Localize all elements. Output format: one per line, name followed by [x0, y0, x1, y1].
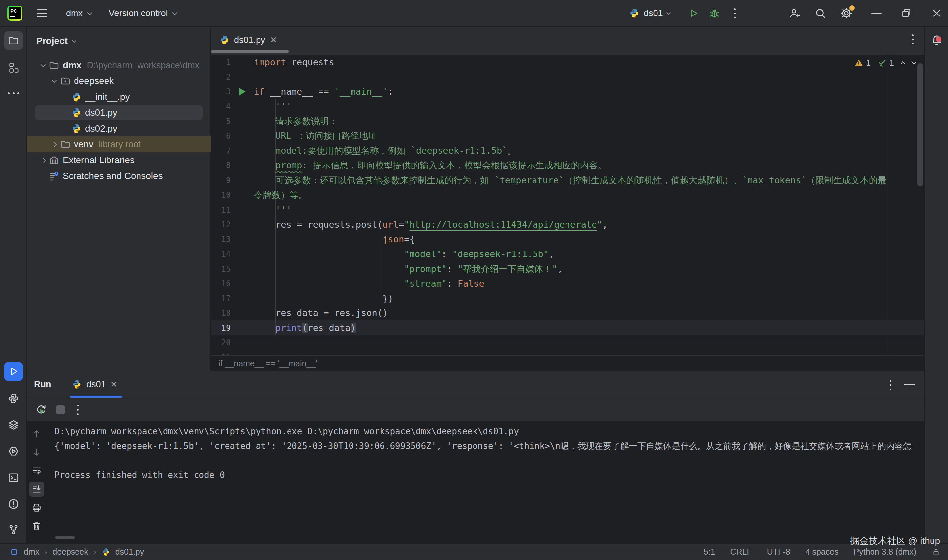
tree-item-dmx[interactable]: dmxD:\pycharm_workspace\dmx: [27, 57, 211, 73]
code-area[interactable]: 1import requests23if __name__ == '__main…: [211, 55, 924, 355]
terminal-tool-button[interactable]: [4, 468, 23, 487]
tree-item-external-libraries[interactable]: External Libraries: [27, 152, 211, 168]
run-panel-options-button[interactable]: [890, 380, 891, 390]
line-number[interactable]: 20: [211, 338, 231, 348]
code-line-17[interactable]: 17 }): [211, 291, 924, 306]
line-number[interactable]: 3: [211, 87, 231, 96]
scroll-to-end-button[interactable]: [29, 482, 44, 497]
minimize-button[interactable]: [871, 0, 882, 26]
stop-button[interactable]: [56, 405, 65, 414]
line-number[interactable]: 18: [211, 308, 231, 318]
editor-options-button[interactable]: [912, 34, 914, 45]
line-number[interactable]: 21: [211, 353, 231, 355]
code-line-6[interactable]: 6 URL ：访问接口路径地址: [211, 129, 924, 143]
chevron-right-icon[interactable]: [37, 158, 49, 162]
run-more-options-button[interactable]: [77, 405, 79, 415]
line-number[interactable]: 2: [211, 72, 231, 82]
status-item-python-3-8-dmx[interactable]: Python 3.8 (dmx): [854, 547, 916, 557]
line-number[interactable]: 1: [211, 57, 231, 67]
code-line-12[interactable]: 12 res = requests.post(url="http://local…: [211, 217, 924, 232]
run-tab-close-icon[interactable]: ✕: [111, 379, 118, 389]
project-panel-header[interactable]: Project: [36, 35, 76, 46]
line-number[interactable]: 9: [211, 175, 231, 185]
pycharm-logo-icon[interactable]: PC: [7, 0, 22, 26]
run-config-selector[interactable]: ds01: [629, 0, 670, 26]
tab-close-icon[interactable]: ✕: [270, 35, 277, 45]
run-line-gutter-icon[interactable]: [231, 88, 254, 95]
status-crumb-project[interactable]: dmx: [24, 547, 39, 557]
inspections-widget[interactable]: 1 1: [851, 57, 919, 69]
code-line-20[interactable]: 20: [211, 335, 924, 350]
code-with-me-button[interactable]: [789, 0, 800, 26]
code-line-1[interactable]: 1import requests: [211, 55, 924, 69]
debug-button[interactable]: [708, 0, 720, 26]
python-packages-tool-button[interactable]: [4, 389, 23, 408]
status-crumb-file[interactable]: ds01.py: [115, 547, 145, 557]
code-line-21[interactable]: 21: [211, 350, 924, 355]
tree-item-init-py[interactable]: __init__.py: [27, 89, 211, 105]
status-item-4-spaces[interactable]: 4 spaces: [806, 547, 839, 557]
problems-tool-button[interactable]: [4, 494, 23, 514]
code-line-5[interactable]: 5 请求参数说明：: [211, 114, 924, 129]
run-panel-minimize-button[interactable]: [904, 384, 915, 385]
console-up-button[interactable]: [29, 426, 44, 442]
line-number[interactable]: 17: [211, 294, 231, 303]
code-line-7[interactable]: 7 model:要使用的模型名称，例如 `deepseek-r1:1.5b`。: [211, 143, 924, 158]
editor-breadcrumb[interactable]: if __name__ == '__main__': [211, 355, 924, 371]
ok-group[interactable]: 1: [878, 58, 894, 68]
run-button[interactable]: [688, 0, 699, 26]
services-tool-button[interactable]: [4, 415, 23, 434]
line-number[interactable]: 13: [211, 234, 231, 244]
code-line-10[interactable]: 10令牌数）等。: [211, 188, 924, 202]
more-tool-windows-button[interactable]: [4, 84, 23, 103]
version-control-tool-button[interactable]: [4, 520, 23, 539]
tree-item-scratches-and-consoles[interactable]: Scratches and Consoles: [27, 168, 211, 184]
close-button[interactable]: [931, 0, 942, 26]
next-problem-icon[interactable]: [911, 59, 917, 65]
status-breadcrumbs[interactable]: dmx › deepseek › ds01.py: [0, 547, 144, 557]
run-tab-ds01[interactable]: ds01 ✕: [67, 371, 122, 397]
editor-scrollbar[interactable]: [917, 63, 923, 186]
line-number[interactable]: 12: [211, 220, 231, 229]
line-number[interactable]: 5: [211, 116, 231, 126]
search-everywhere-button[interactable]: [814, 0, 826, 26]
line-number[interactable]: 16: [211, 279, 231, 288]
project-menu-button[interactable]: dmx: [66, 0, 92, 26]
line-number[interactable]: 19: [211, 323, 231, 332]
status-crumb-folder[interactable]: deepseek: [52, 547, 88, 557]
console-down-button[interactable]: [29, 445, 44, 460]
chevron-down-icon[interactable]: [48, 80, 60, 83]
console-output[interactable]: D:\pycharm_workspace\dmx\venv\Scripts\py…: [54, 424, 924, 544]
status-item-utf-8[interactable]: UTF-8: [767, 547, 790, 557]
tree-item-venv[interactable]: venvlibrary root: [27, 137, 211, 152]
more-run-actions-button[interactable]: [734, 0, 736, 26]
tree-item-ds02-py[interactable]: ds02.py: [27, 121, 211, 137]
chevron-down-icon[interactable]: [37, 64, 49, 67]
code-line-9[interactable]: 9 可选参数：还可以包含其他参数来控制生成的行为，如 `temperature`…: [211, 173, 924, 188]
status-item-5-1[interactable]: 5:1: [704, 547, 715, 557]
warnings-group[interactable]: 1: [854, 58, 871, 68]
python-console-tool-button[interactable]: [4, 442, 23, 461]
main-menu-button[interactable]: [37, 0, 48, 26]
lock-open-icon[interactable]: [931, 548, 941, 557]
code-line-3[interactable]: 3if __name__ == '__main__':: [211, 85, 924, 99]
line-number[interactable]: 6: [211, 131, 231, 141]
console-hscrollbar[interactable]: [55, 535, 74, 539]
line-number[interactable]: 8: [211, 160, 231, 170]
tree-item-deepseek[interactable]: deepseek: [27, 73, 211, 89]
line-number[interactable]: 10: [211, 190, 231, 200]
chevron-right-icon[interactable]: [48, 143, 60, 146]
clear-all-button[interactable]: [29, 518, 44, 534]
run-tool-button[interactable]: [4, 362, 23, 381]
code-line-15[interactable]: 15 "prompt": "帮我介绍一下自媒体！",: [211, 262, 924, 276]
vcs-menu-button[interactable]: Version control: [109, 0, 177, 26]
line-number[interactable]: 14: [211, 249, 231, 259]
code-line-4[interactable]: 4 ''': [211, 99, 924, 114]
soft-wrap-button[interactable]: [29, 463, 44, 478]
status-item-crlf[interactable]: CRLF: [730, 547, 751, 557]
code-line-2[interactable]: 2: [211, 69, 924, 85]
restore-button[interactable]: [901, 0, 912, 26]
line-number[interactable]: 11: [211, 205, 231, 215]
tree-item-ds01-py[interactable]: ds01.py: [27, 105, 211, 121]
code-line-18[interactable]: 18 res_data = res.json(): [211, 306, 924, 321]
